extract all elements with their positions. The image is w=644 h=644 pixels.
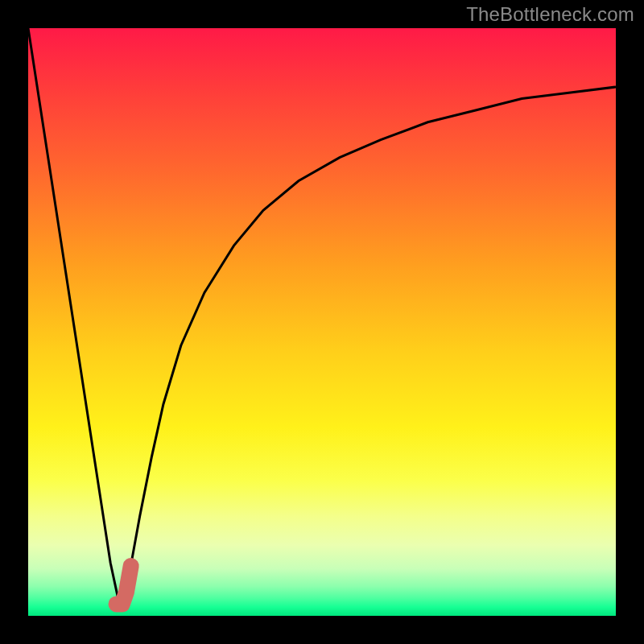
plot-area [28, 28, 616, 616]
watermark-text: TheBottleneck.com [466, 3, 634, 26]
selected-range-marker [117, 566, 131, 604]
bottleneck-curve [28, 28, 616, 604]
chart-frame: TheBottleneck.com [0, 0, 644, 644]
chart-svg [28, 28, 616, 616]
